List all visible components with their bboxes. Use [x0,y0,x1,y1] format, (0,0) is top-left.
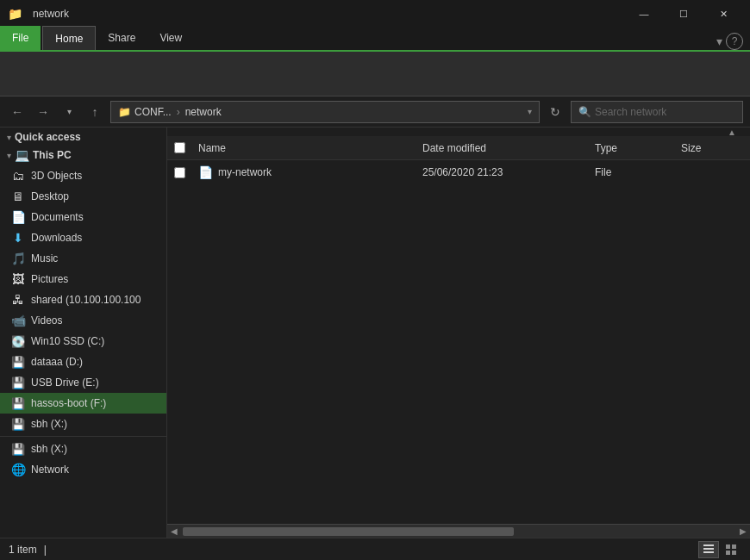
help-icon[interactable]: ? [726,33,743,50]
svg-rect-4 [732,544,736,549]
sidebar-item-hassos-boot[interactable]: 💾 hassos-boot (F:) [0,393,166,414]
svg-rect-5 [726,551,730,555]
tab-share[interactable]: Share [96,26,147,50]
search-icon: 🔍 [578,106,591,118]
quick-access-label: Quick access [15,131,81,143]
header-name[interactable]: Name [191,142,422,154]
sidebar-item-videos-label: Videos [31,314,62,327]
sidebar-item-win10ssd-label: Win10 SSD (C:) [31,335,104,347]
h-scroll-thumb[interactable] [183,527,514,536]
sidebar-item-usb-drive[interactable]: 💾 USB Drive (E:) [0,372,166,393]
quick-access-section[interactable]: ▾ Quick access [0,128,166,146]
sidebar-item-network[interactable]: 🌐 Network [0,459,166,480]
sidebar-item-shared-label: shared (10.100.100.100 [31,294,141,306]
sidebar-item-music[interactable]: 🎵 Music [0,248,166,269]
sidebar-divider [0,436,166,437]
sidebar-item-desktop[interactable]: 🖥 Desktop [0,186,166,207]
back-button[interactable]: ← [7,102,28,122]
ribbon-content [0,52,750,96]
sidebar-item-music-label: Music [31,252,58,264]
header-checkbox[interactable] [167,142,191,153]
sidebar-item-videos[interactable]: 📹 Videos [0,310,166,331]
sidebar-item-3d-objects-label: 3D Objects [31,170,82,182]
tab-file[interactable]: File [0,26,41,50]
sidebar-item-network-label: Network [31,464,69,476]
table-row[interactable]: 📄 my-network 25/06/2020 21:23 File [167,160,750,184]
sidebar-item-hassos-boot-label: hassos-boot (F:) [31,397,106,409]
header-size[interactable]: Size [681,142,750,154]
sbh-x-icon: 💾 [10,418,26,431]
row-checkbox-container [167,167,191,178]
svg-rect-6 [732,551,736,555]
ribbon-tabs: File Home Share View ▾ ? [0,28,750,52]
win10ssd-icon: 💽 [10,335,26,348]
dataaa-icon: 💾 [10,356,26,369]
header-type[interactable]: Type [595,142,681,154]
documents-icon: 📄 [10,210,26,224]
sidebar-item-sbh-x-label: sbh (X:) [31,418,67,430]
horizontal-scrollbar[interactable]: ◀ ▶ [167,524,750,538]
this-pc-label: This PC [33,149,72,161]
scroll-up-icon: ▲ [728,128,736,137]
sidebar-item-documents-label: Documents [31,211,84,223]
large-icons-view-button[interactable] [721,541,741,558]
app-icon-folder: 📁 [7,6,22,22]
minimize-button[interactable]: — [624,0,664,28]
videos-icon: 📹 [10,314,26,327]
up-button[interactable]: ↑ [84,102,105,122]
file-list-body: 📄 my-network 25/06/2020 21:23 File [167,160,750,524]
main-layout: ▾ Quick access ▾ 💻 This PC 🗂 3D Objects … [0,128,750,538]
sidebar-item-sbh-x[interactable]: 💾 sbh (X:) [0,414,166,434]
sidebar-item-sbh-x2[interactable]: 💾 sbh (X:) [0,439,166,459]
path-dropdown-icon[interactable]: ▾ [528,107,532,116]
status-cursor: | [44,544,47,556]
usb-drive-icon: 💾 [10,376,26,389]
search-placeholder: Search network [595,106,666,118]
sidebar-item-pictures[interactable]: 🖼 Pictures [0,269,166,289]
window-controls: — ☐ ✕ [624,0,743,28]
window-title: network [33,8,624,20]
close-button[interactable]: ✕ [703,0,743,28]
scroll-up-indicator[interactable]: ▲ [167,128,750,136]
details-view-button[interactable] [698,541,719,558]
title-bar: 📁 network — ☐ ✕ [0,0,750,28]
sidebar-item-dataaa-label: dataaa (D:) [31,356,83,368]
sidebar-item-3d-objects[interactable]: 🗂 3D Objects [0,165,166,186]
refresh-button[interactable]: ↻ [545,102,566,122]
this-pc-chevron-icon: ▾ [7,151,11,160]
row-checkbox[interactable] [174,167,185,178]
ribbon-collapse-icon[interactable]: ▾ [716,34,722,48]
sidebar-item-downloads[interactable]: ⬇ Downloads [0,227,166,248]
h-scroll-track[interactable] [183,527,734,536]
h-scroll-left-button[interactable]: ◀ [167,525,181,538]
view-toggle-buttons [698,541,741,558]
forward-button[interactable]: → [33,102,53,122]
sidebar-item-pictures-label: Pictures [31,273,68,285]
select-all-checkbox[interactable] [174,142,185,153]
svg-rect-1 [703,548,714,550]
desktop-icon: 🖥 [10,190,26,203]
file-name-cell: 📄 my-network [191,165,422,179]
music-icon: 🎵 [10,252,26,265]
hassos-boot-icon: 💾 [10,397,26,410]
sidebar-item-documents[interactable]: 📄 Documents [0,207,166,227]
file-list-header: Name Date modified Type Size [167,136,750,160]
this-pc-section[interactable]: ▾ 💻 This PC [0,146,166,165]
h-scroll-right-button[interactable]: ▶ [736,525,750,538]
sidebar-item-win10ssd[interactable]: 💽 Win10 SSD (C:) [0,331,166,352]
file-icon: 📄 [198,165,213,179]
sidebar-item-shared[interactable]: 🖧 shared (10.100.100.100 [0,289,166,310]
tab-home[interactable]: Home [42,26,96,50]
path-root: CONF... [134,106,172,118]
file-date-cell: 25/06/2020 21:23 [422,166,595,178]
address-path[interactable]: 📁 CONF... › network ▾ [110,101,540,123]
sidebar-item-downloads-label: Downloads [31,232,82,244]
header-date-modified[interactable]: Date modified [422,142,595,154]
sidebar-item-usb-drive-label: USB Drive (E:) [31,376,99,389]
svg-rect-0 [703,544,714,546]
maximize-button[interactable]: ☐ [664,0,703,28]
sidebar-item-dataaa[interactable]: 💾 dataaa (D:) [0,352,166,372]
tab-view[interactable]: View [147,26,194,50]
recent-locations-button[interactable]: ▾ [59,102,79,122]
search-box[interactable]: 🔍 Search network [571,101,743,123]
